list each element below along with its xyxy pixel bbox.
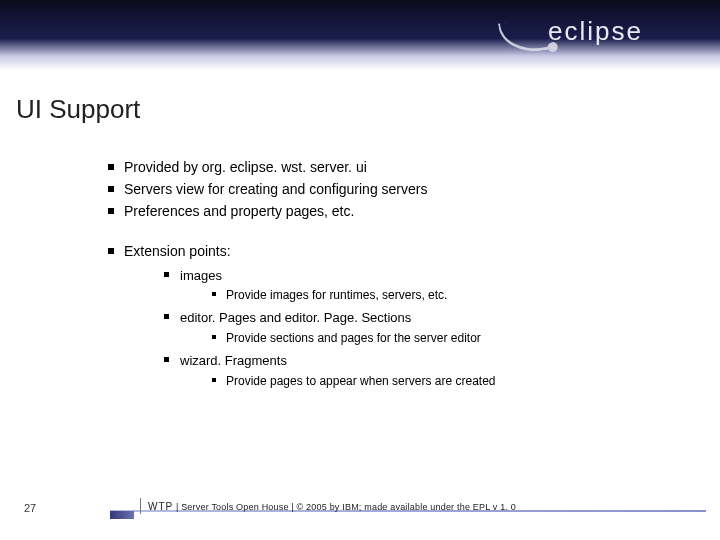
footer-rest: | Server Tools Open House | © 2005 by IB…: [173, 502, 516, 512]
slide-content: Provided by org. eclipse. wst. server. u…: [108, 158, 680, 395]
bullet-item: Provided by org. eclipse. wst. server. u…: [108, 158, 680, 177]
bullet-text: wizard. Fragments: [180, 353, 287, 368]
bullet-item: editor. Pages and editor. Page. Sections…: [164, 309, 680, 346]
slide-title: UI Support: [16, 94, 140, 125]
slide-footer: 27 WTP | Server Tools Open House | © 200…: [0, 492, 720, 522]
bullet-text: editor. Pages and editor. Page. Sections: [180, 310, 411, 325]
footer-wtp: WTP: [148, 501, 173, 512]
bullet-item: Extension points: images Provide images …: [108, 242, 680, 389]
bullet-item: Provide images for runtimes, servers, et…: [212, 287, 680, 303]
bullet-text: Extension points:: [124, 243, 231, 259]
eclipse-swirl-icon: [498, 17, 550, 56]
footer-separator: [140, 498, 141, 514]
footer-text: WTP | Server Tools Open House | © 2005 b…: [148, 501, 516, 512]
bullet-item: Preferences and property pages, etc.: [108, 202, 680, 221]
bullet-item: images Provide images for runtimes, serv…: [164, 267, 680, 304]
eclipse-logo: eclipse: [500, 6, 700, 62]
eclipse-wordmark: eclipse: [548, 16, 643, 47]
bullet-item: wizard. Fragments Provide pages to appea…: [164, 352, 680, 389]
bullet-text: images: [180, 268, 222, 283]
page-number: 27: [24, 502, 36, 514]
footer-accent-bar: [110, 511, 134, 519]
bullet-item: Provide pages to appear when servers are…: [212, 373, 680, 389]
bullet-item: Provide sections and pages for the serve…: [212, 330, 680, 346]
bullet-item: Servers view for creating and configurin…: [108, 180, 680, 199]
